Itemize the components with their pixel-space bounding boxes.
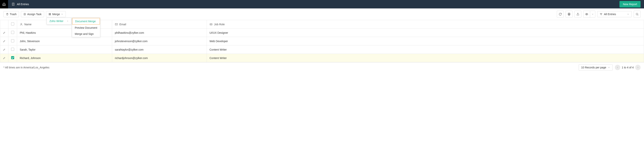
checkbox-cell [8, 54, 17, 62]
pencil-icon [3, 48, 6, 51]
submenu-document-merge[interactable]: Document Merge [72, 18, 100, 24]
row-checkbox[interactable] [11, 31, 14, 34]
jobrole-cell: Content Writer [207, 54, 644, 62]
row-checkbox[interactable] [11, 48, 14, 51]
merge-submenu: Document Merge Preview Document Merge an… [72, 18, 100, 37]
eye-icon [585, 13, 588, 16]
chevron-down-icon [61, 13, 63, 15]
breadcrumb: All Entries [8, 2, 620, 6]
svg-point-10 [210, 24, 211, 24]
home-icon [2, 2, 6, 6]
name-cell: Sarah, Taylor [17, 46, 112, 54]
email-cell: richardjohnson@zylker.com [112, 54, 207, 62]
email-header-label: Email [120, 23, 126, 26]
checkbox-cell [8, 28, 17, 37]
edit-cell[interactable] [0, 37, 8, 46]
print-icon [568, 13, 570, 16]
entries-icon [12, 2, 15, 6]
app-header: All Entries New Report [0, 0, 644, 8]
chevron-right-icon [67, 20, 68, 22]
svg-rect-1 [24, 13, 26, 15]
filter-icon [600, 13, 602, 16]
footer: * All times are in America/Los_Angeles 1… [0, 62, 644, 72]
jobrole-cell: UI/UX Designer [207, 28, 644, 37]
records-label: 10 Records per page [581, 66, 606, 69]
person-icon [20, 23, 23, 26]
trash-label: Trash [10, 13, 16, 16]
email-column-header[interactable]: Email [112, 20, 207, 28]
name-cell: Richard, Johnson [17, 54, 112, 62]
row-checkbox[interactable] [11, 56, 14, 59]
merge-dropdown: Zoho Writer [46, 18, 72, 24]
share-icon [576, 13, 580, 16]
name-header-label: Name [24, 23, 32, 26]
next-page-button[interactable] [635, 65, 640, 70]
svg-point-7 [21, 23, 22, 24]
edit-cell[interactable] [0, 54, 8, 62]
chevron-down-icon [608, 66, 610, 68]
table-row[interactable]: Sarah, Taylor sarahtaylor@zylker.com Con… [0, 46, 644, 54]
chevron-down-icon [592, 13, 594, 15]
trash-button[interactable]: Trash [4, 11, 19, 17]
edit-column-header [0, 20, 8, 28]
task-icon [24, 13, 26, 16]
page-info: 1 to 4 of 4 [622, 66, 634, 69]
print-button[interactable] [566, 11, 572, 18]
refresh-icon [559, 13, 562, 16]
chevron-right-icon [637, 66, 639, 68]
merge-menu-zoho-writer[interactable]: Zoho Writer [47, 18, 71, 24]
checkbox-cell [8, 46, 17, 54]
submenu-preview-document[interactable]: Preview Document [72, 25, 100, 31]
svg-point-6 [636, 13, 638, 15]
toolbar: Trash Assign Task Merge Zoho Writer Docu… [0, 8, 644, 20]
badge-icon [210, 23, 212, 26]
pencil-icon [3, 32, 6, 34]
svg-point-5 [586, 14, 587, 14]
assign-task-label: Assign Task [27, 13, 42, 16]
zoho-writer-label: Zoho Writer [50, 20, 64, 22]
chevron-down-icon [627, 13, 629, 15]
select-all-checkbox[interactable] [11, 22, 14, 26]
email-cell: johnstevenson@zylker.com [112, 37, 207, 46]
merge-icon [48, 13, 51, 16]
row-checkbox[interactable] [11, 39, 14, 42]
filter-label: All Entries [604, 13, 626, 16]
submenu-merge-and-sign[interactable]: Merge and Sign [72, 31, 100, 37]
share-button[interactable] [574, 11, 581, 18]
jobrole-cell: Web Developer [207, 37, 644, 46]
assign-task-button[interactable]: Assign Task [21, 11, 44, 17]
edit-cell[interactable] [0, 28, 8, 37]
name-cell: John, Stevenson [17, 37, 112, 46]
checkbox-cell [8, 37, 17, 46]
pencil-icon [3, 40, 6, 42]
table-row[interactable]: Richard, Johnson richardjohnson@zylker.c… [0, 54, 644, 62]
email-cell: sarahtaylor@zylker.com [112, 46, 207, 54]
trash-icon [6, 13, 8, 16]
home-button[interactable] [0, 0, 8, 8]
pencil-icon [3, 57, 6, 60]
jobrole-cell: Content Writer [207, 46, 644, 54]
merge-label: Merge [52, 13, 60, 16]
edit-cell[interactable] [0, 46, 8, 54]
records-per-page-dropdown[interactable]: 10 Records per page [579, 64, 612, 70]
view-dropdown-button[interactable] [590, 11, 595, 18]
checkbox-column-header [8, 20, 17, 28]
email-cell: philhawkins@zylker.com [112, 28, 207, 37]
jobrole-header-label: Job Role [214, 23, 225, 26]
pager: 1 to 4 of 4 [615, 65, 640, 70]
new-report-button[interactable]: New Report [620, 1, 640, 8]
breadcrumb-label: All Entries [17, 3, 29, 6]
search-button[interactable] [634, 11, 640, 18]
filter-dropdown[interactable]: All Entries [597, 11, 632, 17]
timezone-note: * All times are in America/Los_Angeles [4, 66, 579, 69]
table-row[interactable]: John, Stevenson johnstevenson@zylker.com… [0, 37, 644, 46]
refresh-button[interactable] [557, 11, 564, 18]
mail-icon [115, 23, 118, 26]
search-icon [636, 13, 639, 16]
merge-button[interactable]: Merge [46, 11, 66, 17]
jobrole-column-header[interactable]: Job Role [207, 20, 644, 28]
view-button[interactable] [583, 11, 590, 18]
prev-page-button[interactable] [615, 65, 620, 70]
chevron-left-icon [616, 66, 619, 68]
